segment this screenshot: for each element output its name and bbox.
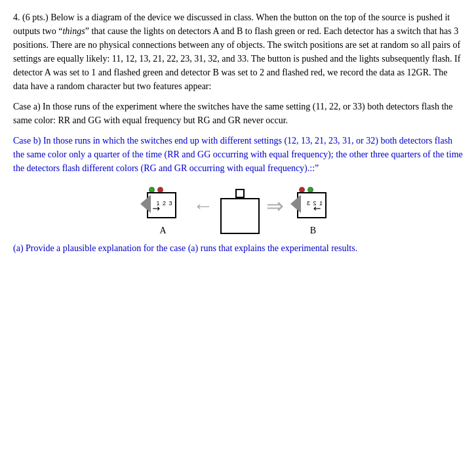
question-intro: 4. (6 pts.) Below is a diagram of the de… — [13, 10, 463, 93]
detector-b-square: 1 2 3 ↗ — [297, 192, 327, 218]
question-pts: (6 pts.) — [22, 12, 49, 22]
detector-a: 1 2 3 ↗ A — [140, 187, 186, 236]
question-number: 4. — [13, 12, 20, 22]
source-button — [235, 189, 245, 198]
source-rect — [220, 198, 260, 234]
arrow-right: ⇒ — [266, 193, 284, 218]
experiment-diagram: 1 2 3 ↗ A ← ⇒ 1 2 3 ↗ — [13, 187, 463, 236]
source-box — [220, 189, 260, 234]
detector-a-label: A — [159, 226, 166, 236]
arrow-left: ← — [193, 193, 214, 218]
detector-a-box: 1 2 3 ↗ — [140, 187, 186, 223]
part-a-question: (a) Provide a plausible explanation for … — [13, 241, 463, 255]
detector-b-horn — [290, 195, 301, 213]
case-a-label: Case a) — [13, 102, 43, 111]
case-b-label: Case b) — [13, 136, 43, 146]
detector-b-box: 1 2 3 ↗ — [290, 187, 336, 223]
question-intro-text: Below is a diagram of the device we disc… — [13, 12, 460, 91]
case-a-text: Case a) In those runs of the experiment … — [13, 100, 463, 127]
part-a-answer-space — [13, 260, 463, 391]
case-b-text: Case b) In those runs in which the switc… — [13, 134, 463, 175]
detector-b-label: B — [310, 226, 316, 236]
detector-a-square: 1 2 3 ↗ — [147, 192, 176, 218]
detector-a-horn — [140, 195, 151, 213]
detector-b: 1 2 3 ↗ B — [290, 187, 336, 236]
